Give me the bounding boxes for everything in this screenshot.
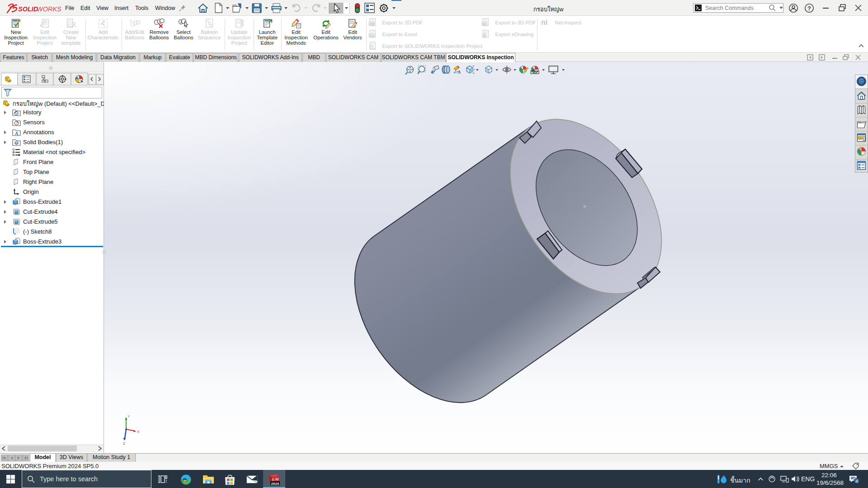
svg-text:PDF: PDF xyxy=(369,22,375,25)
svg-text:1: 1 xyxy=(159,20,160,23)
svg-text:ni: ni xyxy=(541,18,547,26)
svg-text:1: 1 xyxy=(180,20,182,23)
svg-text:A: A xyxy=(457,69,461,75)
svg-text:X: X xyxy=(137,430,139,434)
svg-text:W: W xyxy=(275,477,279,481)
svg-text:A: A xyxy=(15,131,19,136)
svg-text:Z: Z xyxy=(123,441,125,446)
svg-text:2024: 2024 xyxy=(271,482,279,486)
svg-text:Y: Y xyxy=(127,414,130,418)
svg-text:e: e xyxy=(483,33,485,38)
svg-text:WORKS: WORKS xyxy=(37,5,61,13)
svg-text:SOLID: SOLID xyxy=(18,5,38,13)
svg-text:XLS: XLS xyxy=(369,34,375,37)
svg-text:3D: 3D xyxy=(482,22,486,25)
svg-text:4: 4 xyxy=(855,479,858,483)
svg-text:?: ? xyxy=(807,5,811,12)
